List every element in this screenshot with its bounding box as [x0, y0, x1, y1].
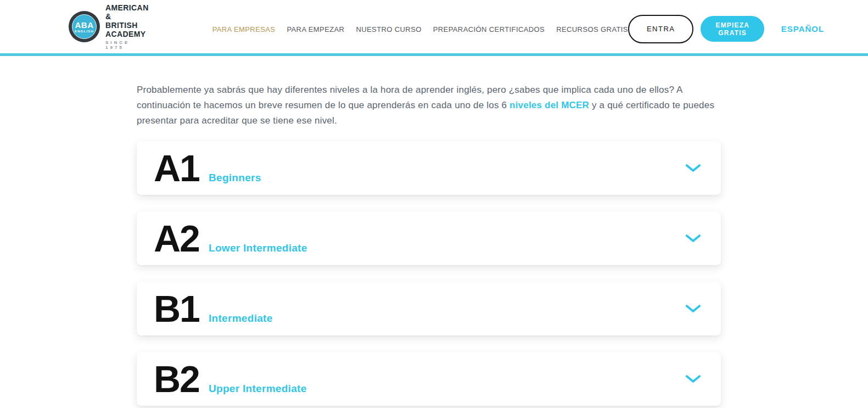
level-card-a1[interactable]: A1 Beginners: [137, 141, 721, 195]
chevron-down-icon[interactable]: [685, 234, 701, 243]
brand-logo[interactable]: ABA ENGLISH AMERICAN & BRITISH ACADEMY S…: [69, 3, 149, 50]
level-name: Lower Intermediate: [209, 242, 307, 254]
logo-aba-text: ABA: [75, 21, 94, 29]
level-card-a1-labels: A1 Beginners: [154, 149, 261, 187]
nav-item-para-empresas[interactable]: PARA EMPRESAS: [212, 25, 276, 33]
brand-tagline: SINCE 1975: [105, 40, 149, 50]
level-card-b2-labels: B2 Upper Intermediate: [154, 360, 307, 398]
aba-logo-icon: ABA ENGLISH: [69, 11, 100, 42]
brand-name: AMERICAN & BRITISH ACADEMY SINCE 1975: [105, 3, 149, 50]
login-button[interactable]: ENTRA: [628, 15, 694, 43]
level-code: B1: [154, 290, 209, 327]
nav-item-preparacion-certificados[interactable]: PREPARACIÓN CERTIFICADOS: [433, 25, 545, 33]
level-card-b1-labels: B1 Intermediate: [154, 290, 273, 327]
language-selector[interactable]: ESPAÑOL: [781, 24, 824, 33]
logo-english-text: ENGLISH: [75, 30, 94, 33]
nav-item-recursos-gratis[interactable]: RECURSOS GRATIS: [556, 25, 628, 33]
level-card-b1[interactable]: B1 Intermediate: [137, 282, 721, 336]
mcer-levels-link[interactable]: niveles del MCER: [509, 100, 589, 110]
brand-name-line2: BRITISH ACADEMY: [105, 21, 149, 38]
start-free-button[interactable]: EMPIEZA GRATIS: [701, 16, 764, 42]
chevron-down-icon[interactable]: [685, 304, 701, 313]
level-code: A1: [154, 149, 209, 187]
level-name: Intermediate: [209, 312, 273, 325]
level-name: Upper Intermediate: [209, 383, 307, 395]
chevron-down-icon[interactable]: [685, 164, 701, 172]
level-card-a2-labels: A2 Lower Intermediate: [154, 220, 307, 257]
level-name: Beginners: [209, 172, 261, 184]
chevron-down-icon[interactable]: [685, 375, 701, 383]
header-actions: ENTRA EMPIEZA GRATIS ESPAÑOL: [628, 15, 824, 43]
level-card-b2[interactable]: B2 Upper Intermediate: [137, 352, 721, 406]
level-code: A2: [154, 220, 209, 257]
main-content: Probablemente ya sabrás que hay diferent…: [137, 56, 721, 406]
brand-name-line1: AMERICAN &: [105, 3, 149, 21]
nav-item-nuestro-curso[interactable]: NUESTRO CURSO: [356, 25, 421, 33]
intro-paragraph: Probablemente ya sabrás que hay diferent…: [137, 82, 721, 128]
aba-logo-inner-circle: ABA ENGLISH: [72, 14, 97, 39]
level-card-a2[interactable]: A2 Lower Intermediate: [137, 211, 721, 265]
level-code: B2: [154, 360, 209, 398]
main-nav: PARA EMPRESAS PARA EMPEZAR NUESTRO CURSO…: [212, 25, 628, 33]
nav-item-para-empezar[interactable]: PARA EMPEZAR: [287, 25, 344, 33]
site-header: ABA ENGLISH AMERICAN & BRITISH ACADEMY S…: [0, 0, 868, 56]
